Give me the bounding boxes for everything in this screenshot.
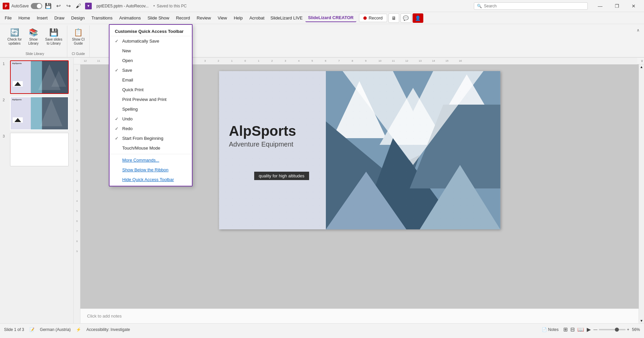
menu-record[interactable]: Record	[172, 13, 193, 22]
slide-thumb-1[interactable]: 1 AlpSports	[3, 60, 71, 94]
autosave-toggle[interactable]	[31, 3, 42, 9]
view-normal-icon[interactable]: ⊞	[563, 326, 568, 333]
notes-area[interactable]: Click to add notes	[80, 308, 639, 323]
ruler-collapse-arrow[interactable]: ∨	[637, 59, 644, 63]
qa-item-email[interactable]: Email	[110, 75, 192, 85]
view-reading-icon[interactable]: 📖	[577, 326, 584, 333]
menu-insert[interactable]: Insert	[33, 13, 51, 22]
view-slide-sorter-icon[interactable]: ⊟	[570, 326, 575, 333]
qa-item-save[interactable]: ✓ Save	[110, 65, 192, 75]
view-presenter-icon[interactable]: ▶	[587, 326, 591, 333]
qa-item-autosave[interactable]: ✓ Automatically Save	[110, 36, 192, 46]
qa-divider	[110, 154, 192, 154]
slide-content-1: AlpSports	[11, 61, 68, 93]
qa-item-showbelow[interactable]: Show Below the Ribbon	[110, 165, 192, 175]
zoom-slider[interactable]	[599, 329, 626, 330]
close-button[interactable]: ✕	[626, 0, 641, 12]
show-library-button[interactable]: 📚 ShowLibrary	[25, 27, 42, 47]
comment-icon[interactable]: 💬	[401, 13, 411, 23]
qa-item-startbeginning[interactable]: ✓ Start From Beginning	[110, 133, 192, 143]
check-save: ✓	[115, 68, 120, 73]
present-icon[interactable]: 🖥	[388, 13, 399, 23]
qa-item-redo[interactable]: ✓ Redo	[110, 124, 192, 133]
menu-slidelizard-creator[interactable]: SlideLizard CREATOR	[305, 14, 356, 22]
save-icon[interactable]: 💾	[44, 2, 52, 10]
zoom-plus[interactable]: +	[627, 327, 629, 332]
check-autosave: ✓	[115, 39, 120, 44]
notes-button[interactable]: 📄 Notes	[540, 327, 561, 333]
format-painter-icon[interactable]: 🖌	[74, 2, 82, 10]
menu-home[interactable]: Home	[15, 13, 33, 22]
menu-slideshow[interactable]: Slide Show	[144, 13, 172, 22]
save-library-button[interactable]: 💾 Save slidesto Library	[43, 27, 64, 47]
restore-button[interactable]: ❐	[609, 0, 625, 12]
svg-text:9: 9	[76, 69, 78, 71]
qa-item-touchmode[interactable]: Touch/Mouse Mode	[110, 143, 192, 153]
menu-help[interactable]: Help	[230, 13, 246, 22]
slide-canvas[interactable]: AlpSports Adventure Equipment quality fo…	[219, 71, 500, 229]
svg-text:0: 0	[244, 59, 246, 62]
language-label: German (Austria)	[40, 327, 71, 332]
accessibility-label[interactable]: Accessibility: Investigate	[86, 327, 130, 332]
search-input[interactable]	[484, 4, 585, 8]
search-box[interactable]: 🔍	[474, 2, 588, 10]
menu-file[interactable]: File	[1, 13, 15, 22]
minimize-button[interactable]: —	[592, 0, 608, 12]
slide-image-1[interactable]: AlpSports	[10, 60, 69, 94]
record-label: Record	[369, 15, 383, 20]
qa-item-new[interactable]: New	[110, 46, 192, 56]
vruler-svg: 9 8 7 6 5 4 3 2 1 0 1 2 3 4 5	[74, 64, 80, 266]
slide-notes-status-icon: 📝	[29, 327, 34, 332]
menu-draw[interactable]: Draw	[51, 13, 68, 22]
slide-image-3[interactable]	[10, 133, 69, 166]
menu-design[interactable]: Design	[68, 13, 88, 22]
svg-text:2: 2	[218, 59, 219, 62]
qa-item-quickprint[interactable]: Quick Print	[110, 85, 192, 95]
menu-slidelizard-live[interactable]: SlideLizard LIVE	[268, 14, 305, 22]
qa-item-hidetoolbar[interactable]: Hide Quick Access Toolbar	[110, 175, 192, 184]
qa-label-save: Save	[122, 68, 132, 73]
slide-mountain-right	[326, 71, 500, 229]
ribbon-buttons-ci: 📋 Show CIGuide	[70, 27, 87, 47]
check-updates-button[interactable]: 🔄 Check forupdates	[5, 27, 24, 47]
qa-menu-title: Customise Quick Access Toolbar	[110, 26, 192, 36]
ribbon-collapse-button[interactable]: ∧	[635, 27, 641, 34]
slide-thumb-2[interactable]: 2 AlpSports	[3, 97, 71, 130]
right-scrollbar[interactable]: ▲ ▼	[639, 64, 644, 323]
record-button[interactable]: Record	[359, 14, 387, 22]
svg-text:11: 11	[392, 59, 395, 62]
zoom-minus[interactable]: —	[593, 327, 597, 332]
scroll-down[interactable]: ▼	[639, 318, 644, 323]
ci-guide-label: CI Guide	[72, 51, 85, 56]
qa-item-morecommands[interactable]: More Commands...	[110, 155, 192, 165]
slides-panel: 1 AlpSports	[0, 58, 74, 323]
share-icon[interactable]: 👤	[413, 13, 423, 23]
qa-item-spelling[interactable]: Spelling	[110, 104, 192, 114]
svg-text:2: 2	[271, 59, 273, 62]
slide1-logo-svg	[13, 81, 23, 87]
slide1-logo: AlpSports	[12, 62, 22, 64]
qa-label-touchmode: Touch/Mouse Mode	[122, 146, 160, 151]
qa-item-undo[interactable]: ✓ Undo	[110, 114, 192, 124]
status-right: 📄 Notes ⊞ ⊟ 📖 ▶ — + 56%	[540, 326, 640, 333]
svg-text:3: 3	[285, 59, 286, 62]
qa-item-printpreview[interactable]: Print Preview and Print	[110, 95, 192, 104]
qa-label-undo: Undo	[122, 116, 133, 121]
menu-transitions[interactable]: Transitions	[88, 13, 116, 22]
svg-text:6: 6	[76, 99, 78, 102]
check-undo: ✓	[115, 116, 120, 121]
qa-item-open[interactable]: Open	[110, 56, 192, 65]
main-content: 1 AlpSports	[0, 58, 644, 323]
slide-thumb-3[interactable]: 3	[3, 133, 71, 166]
slide-image-2[interactable]: AlpSports	[10, 97, 69, 130]
quick-access-dropdown[interactable]: ▼	[85, 3, 92, 9]
menu-acrobat[interactable]: Acrobat	[246, 13, 268, 22]
redo-icon[interactable]: ↪	[64, 2, 72, 10]
scroll-up[interactable]: ▲	[639, 64, 644, 69]
menu-review[interactable]: Review	[193, 13, 214, 22]
menu-animations[interactable]: Animations	[116, 13, 144, 22]
menu-view[interactable]: View	[214, 13, 230, 22]
undo-icon[interactable]: ↩	[54, 2, 62, 10]
show-ci-guide-button[interactable]: 📋 Show CIGuide	[70, 27, 87, 47]
accessibility-icon: ⚡	[76, 327, 81, 332]
